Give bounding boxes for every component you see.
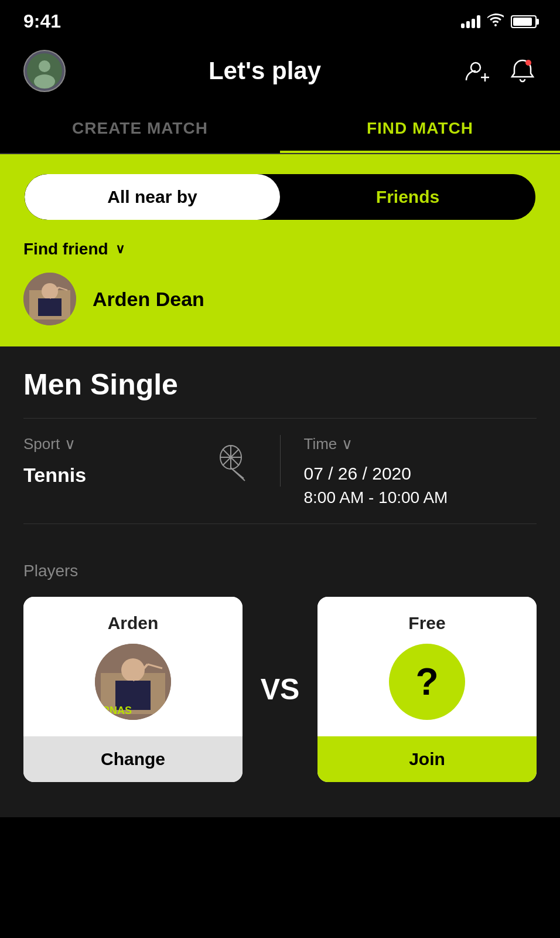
status-bar: 9:41 xyxy=(0,0,560,38)
player1-card-top: Arden RNAS xyxy=(23,597,243,736)
match-title: Men Single xyxy=(23,368,537,402)
tab-bar: CREATE MATCH FIND MATCH xyxy=(0,106,560,154)
join-button[interactable]: Join xyxy=(317,736,537,782)
svg-line-19 xyxy=(231,468,244,478)
sport-time-row: Sport ∨ Tennis Time ∨ xyxy=(23,435,537,507)
svg-point-6 xyxy=(525,60,531,66)
players-label: Players xyxy=(23,562,537,580)
players-section: Players Arden RNAS xyxy=(0,562,560,817)
svg-rect-10 xyxy=(38,298,62,316)
wifi-icon xyxy=(487,13,504,30)
svg-point-1 xyxy=(39,60,50,72)
signal-icon xyxy=(461,15,480,28)
match-time-range: 8:00 AM - 10:00 AM xyxy=(304,488,537,507)
page-title: Let's play xyxy=(209,57,321,85)
chevron-down-icon: ∨ xyxy=(115,242,125,257)
tab-create-match[interactable]: CREATE MATCH xyxy=(0,106,280,153)
friend-avatar xyxy=(23,273,76,325)
header-actions xyxy=(464,57,537,85)
divider-1 xyxy=(23,418,537,419)
all-nearby-button[interactable]: All near by xyxy=(25,174,280,220)
tennis-racket-icon xyxy=(214,441,257,492)
players-row: Arden RNAS Change VS xyxy=(23,597,537,782)
friend-name: Arden Dean xyxy=(93,288,204,311)
app-header: Let's play xyxy=(0,38,560,106)
time-dropdown[interactable]: Time ∨ xyxy=(304,435,537,453)
player1-avatar: RNAS xyxy=(95,644,171,720)
tab-find-match[interactable]: FIND MATCH xyxy=(280,106,560,153)
filter-section: All near by Friends Find friend ∨ Arden … xyxy=(0,154,560,346)
battery-icon xyxy=(511,15,537,28)
player2-avatar-placeholder: ? xyxy=(389,644,465,720)
player1-name: Arden xyxy=(108,613,159,633)
divider-2 xyxy=(23,524,537,524)
player1-card: Arden RNAS Change xyxy=(23,597,243,782)
change-player-button[interactable]: Change xyxy=(23,736,243,782)
player2-card-top: Free ? xyxy=(317,597,537,736)
match-date: 07 / 26 / 2020 xyxy=(304,464,537,484)
sport-column: Sport ∨ Tennis xyxy=(23,435,281,487)
status-time: 9:41 xyxy=(23,11,61,32)
vs-label: VS xyxy=(257,672,303,706)
nearby-friends-toggle[interactable]: All near by Friends xyxy=(23,173,537,221)
time-column: Time ∨ 07 / 26 / 2020 8:00 AM - 10:00 AM xyxy=(281,435,537,507)
svg-text:RNAS: RNAS xyxy=(102,705,132,716)
svg-point-2 xyxy=(34,74,55,89)
chevron-down-icon: ∨ xyxy=(64,435,76,453)
notifications-button[interactable] xyxy=(508,57,537,85)
user-avatar[interactable] xyxy=(23,50,66,92)
chevron-down-icon: ∨ xyxy=(342,435,353,453)
friends-button[interactable]: Friends xyxy=(280,174,535,220)
player2-name: Free xyxy=(408,613,445,633)
add-friend-button[interactable] xyxy=(464,57,492,85)
player2-card: Free ? Join xyxy=(317,597,537,782)
status-icons xyxy=(461,13,537,30)
find-friend-dropdown[interactable]: Find friend ∨ xyxy=(23,240,537,259)
match-detail-section: Men Single Sport ∨ Tennis xyxy=(0,346,560,562)
friend-item: Arden Dean xyxy=(23,273,537,325)
